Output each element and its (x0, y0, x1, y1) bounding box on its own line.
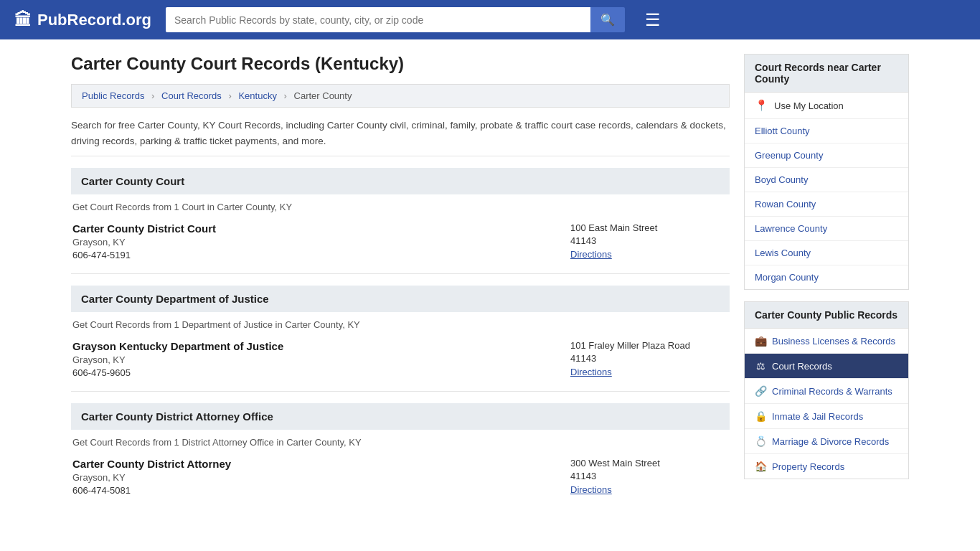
sidebar-item-greenup[interactable]: Greenup County (745, 143, 908, 168)
sidebar-item-rowan[interactable]: Rowan County (745, 192, 908, 217)
breadcrumb-current: Carter County (294, 90, 352, 101)
search-button[interactable]: 🔍 (590, 7, 625, 32)
breadcrumb-kentucky[interactable]: Kentucky (238, 90, 276, 101)
directions-link-da[interactable]: Directions (570, 484, 612, 495)
sidebar-item-inmate-records[interactable]: 🔒 Inmate & Jail Records (745, 404, 908, 429)
location-icon: 📍 (755, 99, 768, 112)
record-name-district-court: Carter County District Court (72, 222, 570, 235)
breadcrumb-court-records[interactable]: Court Records (161, 90, 222, 101)
record-city-doj: Grayson, KY (72, 354, 570, 365)
sidebar-nearby-list: 📍 Use My Location Elliott County Greenup… (744, 92, 909, 290)
sidebar-item-business-licenses[interactable]: 💼 Business Licenses & Records (745, 329, 908, 354)
record-entry-district-court: Carter County District Court Grayson, KY… (71, 222, 730, 260)
use-location-label: Use My Location (774, 100, 844, 111)
search-bar: 🔍 (166, 7, 625, 32)
record-address-da: 300 West Main Street (570, 458, 728, 468)
link-icon: 🔗 (755, 385, 766, 397)
sidebar-item-marriage-records[interactable]: 💍 Marriage & Divorce Records (745, 429, 908, 454)
page-description: Search for free Carter County, KY Court … (71, 118, 730, 156)
building-icon: 🏛 (14, 10, 32, 30)
record-address-district-court: 100 East Main Street (570, 222, 728, 233)
main-container: Carter County Court Records (Kentucky) P… (60, 39, 920, 523)
sidebar-public-records-list: 💼 Business Licenses & Records ⚖ Court Re… (744, 328, 909, 479)
sidebar-item-court-records[interactable]: ⚖ Court Records (745, 354, 908, 379)
section-desc-da: Get Court Records from 1 District Attorn… (71, 437, 730, 448)
lock-icon: 🔒 (755, 410, 766, 422)
site-header: 🏛 PubRecord.org 🔍 ☰ (0, 0, 980, 39)
section-header-doj: Carter County Department of Justice (71, 286, 730, 312)
scales-icon: ⚖ (755, 360, 766, 372)
sidebar-item-boyd[interactable]: Boyd County (745, 168, 908, 192)
section-header-court: Carter County Court (71, 168, 730, 194)
sidebar-item-morgan[interactable]: Morgan County (745, 265, 908, 289)
record-phone-da: 606-474-5081 (72, 485, 570, 496)
record-phone-doj: 606-475-9605 (72, 367, 570, 378)
logo-text: PubRecord.org (37, 11, 151, 29)
divider-2 (71, 391, 730, 392)
sidebar-item-lewis[interactable]: Lewis County (745, 241, 908, 265)
breadcrumb-public-records[interactable]: Public Records (82, 90, 144, 101)
sidebar-item-elliott[interactable]: Elliott County (745, 119, 908, 143)
content-area: Carter County Court Records (Kentucky) P… (71, 54, 730, 509)
hamburger-menu[interactable]: ☰ (645, 10, 661, 30)
record-phone-district-court: 606-474-5191 (72, 250, 570, 260)
sidebar-nearby-title: Court Records near Carter County (744, 54, 909, 92)
section-desc-doj: Get Court Records from 1 Department of J… (71, 319, 730, 330)
sidebar: Court Records near Carter County 📍 Use M… (744, 54, 909, 509)
page-title: Carter County Court Records (Kentucky) (71, 54, 730, 74)
sidebar-public-records-title: Carter County Public Records (744, 301, 909, 328)
directions-link-doj[interactable]: Directions (570, 367, 612, 377)
section-header-da: Carter County District Attorney Office (71, 403, 730, 430)
divider-1 (71, 273, 730, 274)
record-zip-doj: 41143 (570, 353, 728, 364)
record-city-district-court: Grayson, KY (72, 237, 570, 248)
briefcase-icon: 💼 (755, 335, 766, 347)
record-entry-doj: Grayson Kentucky Department of Justice G… (71, 340, 730, 378)
record-name-doj: Grayson Kentucky Department of Justice (72, 340, 570, 352)
site-logo[interactable]: 🏛 PubRecord.org (14, 10, 151, 30)
section-desc-court: Get Court Records from 1 Court in Carter… (71, 202, 730, 212)
sidebar-item-lawrence[interactable]: Lawrence County (745, 217, 908, 241)
sidebar-use-location[interactable]: 📍 Use My Location (745, 93, 908, 119)
record-zip-da: 41143 (570, 471, 728, 481)
sidebar-item-criminal-records[interactable]: 🔗 Criminal Records & Warrants (745, 379, 908, 404)
directions-link-district-court[interactable]: Directions (570, 249, 612, 260)
record-zip-district-court: 41143 (570, 235, 728, 246)
record-city-da: Grayson, KY (72, 472, 570, 483)
search-input[interactable] (166, 7, 590, 32)
house-icon: 🏠 (755, 461, 766, 472)
ring-icon: 💍 (755, 435, 766, 447)
breadcrumb: Public Records › Court Records › Kentuck… (71, 84, 730, 108)
record-name-da: Carter County District Attorney (72, 458, 570, 470)
record-entry-da: Carter County District Attorney Grayson,… (71, 458, 730, 496)
sidebar-item-property-records[interactable]: 🏠 Property Records (745, 454, 908, 479)
record-address-doj: 101 Fraley Miller Plaza Road (570, 340, 728, 351)
